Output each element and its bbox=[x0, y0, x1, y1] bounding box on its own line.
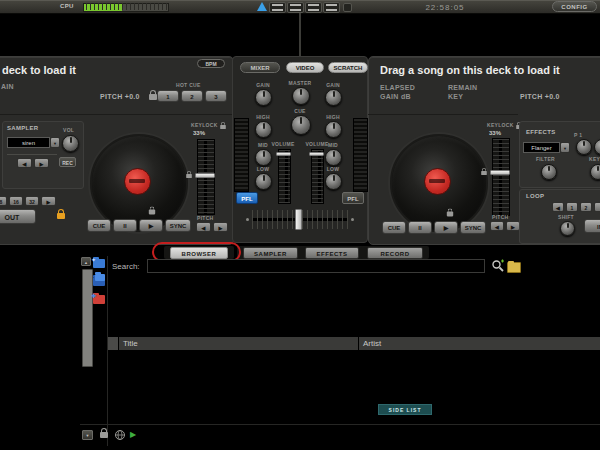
bpm-button[interactable]: BPM bbox=[197, 59, 225, 68]
scroll-up-button[interactable]: ▲ bbox=[81, 257, 91, 266]
gain-knob-right[interactable] bbox=[325, 89, 342, 106]
pitch-percent: 33% bbox=[489, 130, 501, 136]
hot-cue-3-button[interactable]: 3 bbox=[205, 90, 227, 102]
cue-button[interactable]: CUE bbox=[382, 221, 406, 234]
pitch-up-button[interactable]: ▶ bbox=[213, 222, 228, 232]
pitch-down-button[interactable]: ◀ bbox=[196, 222, 211, 232]
loop-1-button[interactable]: 1 bbox=[566, 202, 578, 212]
loop-in-button[interactable]: IN bbox=[584, 219, 600, 233]
view-dropdown-button[interactable]: ▼ bbox=[82, 430, 93, 440]
volume-fader-left-handle[interactable] bbox=[276, 152, 291, 156]
keylock-lock-icon[interactable] bbox=[220, 125, 226, 129]
pitch-slider-handle[interactable] bbox=[195, 173, 215, 178]
search-plus-icon[interactable] bbox=[491, 259, 505, 273]
pitch-down-button[interactable]: ◀ bbox=[490, 221, 504, 231]
folders-icon[interactable] bbox=[93, 277, 105, 286]
pfl-right-button[interactable]: PFL bbox=[342, 192, 364, 204]
volume-fader-right[interactable] bbox=[311, 149, 324, 204]
cue-knob[interactable] bbox=[291, 115, 311, 135]
pitch-up-button[interactable]: ▶ bbox=[506, 221, 520, 231]
tracklist-header-title[interactable]: Title bbox=[119, 337, 358, 350]
globe-icon[interactable] bbox=[114, 429, 126, 441]
search-input[interactable] bbox=[147, 259, 485, 273]
window-layout-button[interactable] bbox=[305, 2, 322, 13]
jog-wheel-center[interactable] bbox=[424, 168, 451, 195]
pitch-slider[interactable] bbox=[492, 138, 510, 216]
hotcue-lock-icon[interactable] bbox=[149, 94, 157, 100]
browser-lock-icon[interactable] bbox=[100, 432, 108, 438]
sample-select-arrow-icon[interactable]: ▼ bbox=[50, 137, 60, 148]
open-folder-icon[interactable] bbox=[507, 262, 521, 273]
key-knob[interactable] bbox=[590, 164, 600, 180]
pitch-lock-icon[interactable] bbox=[186, 174, 192, 178]
tab-sampler[interactable]: SAMPLER bbox=[243, 247, 298, 259]
loop-play-button[interactable]: ▶ bbox=[41, 196, 56, 206]
hot-cue-1-button[interactable]: 1 bbox=[157, 90, 179, 102]
mid-knob-left[interactable] bbox=[255, 149, 272, 166]
effect-param1-knob[interactable] bbox=[576, 139, 592, 155]
low-knob-right[interactable] bbox=[325, 173, 342, 190]
master-knob[interactable] bbox=[292, 87, 310, 105]
tab-mixer[interactable]: MIXER bbox=[240, 62, 280, 73]
jog-wheel-center[interactable] bbox=[124, 168, 151, 195]
sample-prev-button[interactable]: ◀ bbox=[17, 158, 32, 168]
keylock-label[interactable]: KEYLOCK bbox=[191, 122, 218, 128]
clock: 22:58:05 bbox=[415, 3, 475, 12]
window-layout-button[interactable] bbox=[323, 2, 340, 13]
config-button[interactable]: CONFIG bbox=[552, 1, 597, 12]
loop-2-button[interactable]: 2 bbox=[580, 202, 592, 212]
pfl-left-button[interactable]: PFL bbox=[236, 192, 258, 204]
play-button[interactable]: ▶ bbox=[434, 221, 458, 234]
tab-scratch[interactable]: SCRATCH bbox=[328, 62, 368, 73]
loop-16-button[interactable]: 16 bbox=[9, 196, 23, 206]
tab-video[interactable]: VIDEO bbox=[286, 62, 324, 73]
loop-lock-icon[interactable] bbox=[57, 213, 65, 219]
stutter-button[interactable]: II bbox=[113, 219, 137, 232]
favorites-folder-icon[interactable]: ✦ bbox=[93, 259, 105, 268]
deck-lock-icon[interactable] bbox=[149, 210, 155, 215]
window-small-button[interactable] bbox=[343, 3, 352, 12]
center-seam bbox=[299, 13, 301, 57]
pitch-lock-icon[interactable] bbox=[481, 171, 487, 175]
tracklist-header-artist[interactable]: Artist bbox=[359, 337, 600, 350]
gain-knob-left[interactable] bbox=[255, 89, 272, 106]
red-folder-icon[interactable]: ✚ bbox=[93, 295, 105, 304]
high-knob-right[interactable] bbox=[325, 121, 342, 138]
stutter-button[interactable]: II bbox=[408, 221, 432, 234]
keylock-label[interactable]: KEYLOCK bbox=[487, 122, 514, 128]
volume-fader-right-handle[interactable] bbox=[309, 152, 324, 156]
sampler-volume-knob[interactable] bbox=[62, 135, 79, 152]
effect-select[interactable]: Flanger bbox=[523, 142, 560, 153]
play-button[interactable]: ▶ bbox=[139, 219, 163, 232]
loop-32-button[interactable]: 32 bbox=[25, 196, 39, 206]
sample-select[interactable]: siren bbox=[7, 137, 50, 148]
sample-next-button[interactable]: ▶ bbox=[34, 158, 49, 168]
tab-record[interactable]: RECORD bbox=[367, 247, 423, 259]
crossfader-handle[interactable] bbox=[295, 209, 302, 230]
eq-label: HIGH bbox=[248, 114, 278, 120]
effect-select-arrow-icon[interactable]: ▼ bbox=[560, 142, 570, 153]
hot-cue-2-button[interactable]: 2 bbox=[181, 90, 203, 102]
auto-play-icon[interactable]: ▶ bbox=[130, 430, 136, 440]
cue-button[interactable]: CUE bbox=[87, 219, 111, 232]
filter-knob[interactable] bbox=[541, 164, 557, 180]
loop-8-button[interactable]: 8 bbox=[0, 196, 7, 206]
sidebar-scrollbar[interactable] bbox=[82, 269, 93, 367]
side-list-badge[interactable]: SIDE LIST bbox=[378, 404, 432, 415]
shift-knob[interactable] bbox=[560, 221, 575, 236]
sync-button[interactable]: SYNC bbox=[165, 219, 191, 232]
loop-back-button[interactable]: ◀ bbox=[552, 202, 564, 212]
volume-fader-left[interactable] bbox=[278, 149, 291, 204]
low-knob-left[interactable] bbox=[255, 173, 272, 190]
tab-effects[interactable]: EFFECTS bbox=[305, 247, 359, 259]
sampler-rec-button[interactable]: REC bbox=[59, 157, 76, 167]
loop-4-button[interactable] bbox=[594, 202, 600, 212]
sync-button[interactable]: SYNC bbox=[460, 221, 486, 234]
loop-out-button[interactable]: OUT bbox=[0, 209, 36, 224]
pitch-slider-handle[interactable] bbox=[490, 170, 510, 175]
mid-knob-right[interactable] bbox=[325, 149, 342, 166]
window-layout-button[interactable] bbox=[269, 2, 286, 13]
high-knob-left[interactable] bbox=[255, 121, 272, 138]
deck-lock-icon[interactable] bbox=[447, 212, 453, 217]
window-layout-button[interactable] bbox=[287, 2, 304, 13]
